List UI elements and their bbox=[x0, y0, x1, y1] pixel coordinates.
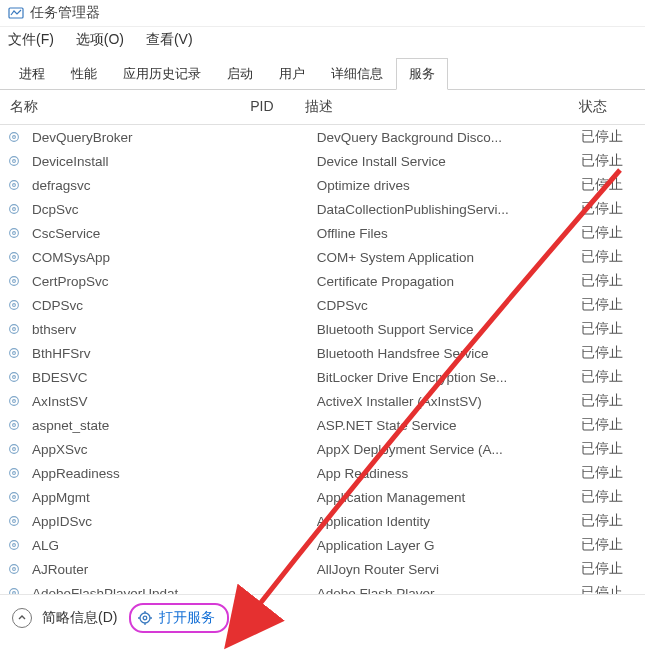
service-desc: Device Install Service bbox=[317, 154, 582, 169]
menu-bar: 文件(F) 选项(O) 查看(V) bbox=[0, 27, 645, 53]
svg-point-38 bbox=[13, 568, 16, 571]
service-name: AppReadiness bbox=[28, 466, 264, 481]
tab-details[interactable]: 详细信息 bbox=[318, 58, 396, 90]
tab-startup[interactable]: 启动 bbox=[214, 58, 266, 90]
open-services-button[interactable]: 打开服务 bbox=[129, 603, 229, 633]
svg-point-6 bbox=[13, 184, 16, 187]
app-icon bbox=[8, 5, 24, 21]
service-name: COMSysApp bbox=[28, 250, 264, 265]
service-row[interactable]: DcpSvcDataCollectionPublishingServi...已停… bbox=[0, 197, 645, 221]
service-desc: Bluetooth Support Service bbox=[317, 322, 582, 337]
tab-strip: 进程 性能 应用历史记录 启动 用户 详细信息 服务 bbox=[0, 57, 645, 90]
svg-point-33 bbox=[10, 517, 19, 526]
header-desc[interactable]: 描述 bbox=[305, 98, 579, 116]
svg-point-3 bbox=[10, 157, 19, 166]
header-status[interactable]: 状态 bbox=[579, 98, 639, 116]
service-name: AxInstSV bbox=[28, 394, 264, 409]
service-icon bbox=[6, 561, 22, 577]
svg-point-12 bbox=[13, 256, 16, 259]
tab-app-history[interactable]: 应用历史记录 bbox=[110, 58, 214, 90]
service-row[interactable]: CscServiceOffline Files已停止 bbox=[0, 221, 645, 245]
service-status: 已停止 bbox=[581, 440, 639, 458]
service-desc: AppX Deployment Service (A... bbox=[317, 442, 582, 457]
service-row[interactable]: AppXSvcAppX Deployment Service (A...已停止 bbox=[0, 437, 645, 461]
svg-point-26 bbox=[13, 424, 16, 427]
service-row[interactable]: defragsvcOptimize drives已停止 bbox=[0, 173, 645, 197]
svg-point-15 bbox=[10, 301, 19, 310]
service-status: 已停止 bbox=[581, 512, 639, 530]
service-row[interactable]: BDESVCBitLocker Drive Encryption Se...已停… bbox=[0, 365, 645, 389]
service-row[interactable]: DevQueryBrokerDevQuery Background Disco.… bbox=[0, 125, 645, 149]
menu-view[interactable]: 查看(V) bbox=[146, 31, 193, 47]
service-desc: Offline Files bbox=[317, 226, 582, 241]
service-desc: COM+ System Application bbox=[317, 250, 582, 265]
svg-point-35 bbox=[10, 541, 19, 550]
svg-point-24 bbox=[13, 400, 16, 403]
service-name: aspnet_state bbox=[28, 418, 264, 433]
service-desc: CDPSvc bbox=[317, 298, 582, 313]
svg-point-10 bbox=[13, 232, 16, 235]
service-name: DcpSvc bbox=[28, 202, 264, 217]
service-row[interactable]: AJRouterAllJoyn Router Servi已停止 bbox=[0, 557, 645, 581]
fewer-details-link[interactable]: 简略信息(D) bbox=[42, 609, 117, 627]
tab-services[interactable]: 服务 bbox=[396, 58, 448, 90]
service-icon bbox=[6, 369, 22, 385]
service-row[interactable]: ALGApplication Layer G已停止 bbox=[0, 533, 645, 557]
chevron-up-icon[interactable] bbox=[12, 608, 32, 628]
menu-file[interactable]: 文件(F) bbox=[8, 31, 54, 47]
service-row[interactable]: bthservBluetooth Support Service已停止 bbox=[0, 317, 645, 341]
service-row[interactable]: AppMgmtApplication Management已停止 bbox=[0, 485, 645, 509]
service-desc: Application Layer G bbox=[317, 538, 582, 553]
tab-processes[interactable]: 进程 bbox=[6, 58, 58, 90]
service-desc: ActiveX Installer (AxInstSV) bbox=[317, 394, 582, 409]
service-icon bbox=[6, 225, 22, 241]
svg-point-20 bbox=[13, 352, 16, 355]
service-desc: Bluetooth Handsfree Service bbox=[317, 346, 582, 361]
svg-point-11 bbox=[10, 253, 19, 262]
tab-users[interactable]: 用户 bbox=[266, 58, 318, 90]
service-row[interactable]: AppIDSvcApplication Identity已停止 bbox=[0, 509, 645, 533]
service-row[interactable]: COMSysAppCOM+ System Application已停止 bbox=[0, 245, 645, 269]
svg-point-14 bbox=[13, 280, 16, 283]
svg-point-8 bbox=[13, 208, 16, 211]
service-row[interactable]: CDPSvcCDPSvc已停止 bbox=[0, 293, 645, 317]
service-icon bbox=[6, 489, 22, 505]
service-row[interactable]: DeviceInstallDevice Install Service已停止 bbox=[0, 149, 645, 173]
header-pid[interactable]: PID bbox=[250, 98, 305, 116]
service-status: 已停止 bbox=[581, 224, 639, 242]
service-row[interactable]: CertPropSvcCertificate Propagation已停止 bbox=[0, 269, 645, 293]
service-icon bbox=[6, 273, 22, 289]
gear-icon bbox=[137, 610, 153, 626]
svg-point-31 bbox=[10, 493, 19, 502]
service-name: AppMgmt bbox=[28, 490, 264, 505]
service-name: CertPropSvc bbox=[28, 274, 264, 289]
tab-performance[interactable]: 性能 bbox=[58, 58, 110, 90]
svg-point-27 bbox=[10, 445, 19, 454]
svg-point-1 bbox=[10, 133, 19, 142]
service-row[interactable]: AxInstSVActiveX Installer (AxInstSV)已停止 bbox=[0, 389, 645, 413]
bottom-bar: 简略信息(D) 打开服务 bbox=[0, 594, 645, 641]
service-row[interactable]: aspnet_stateASP.NET State Service已停止 bbox=[0, 413, 645, 437]
service-desc: Application Identity bbox=[317, 514, 582, 529]
service-status: 已停止 bbox=[581, 560, 639, 578]
svg-point-29 bbox=[10, 469, 19, 478]
window-titlebar: 任务管理器 bbox=[0, 0, 645, 27]
menu-options[interactable]: 选项(O) bbox=[76, 31, 124, 47]
open-services-label: 打开服务 bbox=[159, 609, 215, 627]
svg-point-23 bbox=[10, 397, 19, 406]
service-desc: AllJoyn Router Servi bbox=[317, 562, 582, 577]
service-row[interactable]: AppReadinessApp Readiness已停止 bbox=[0, 461, 645, 485]
service-name: CscService bbox=[28, 226, 264, 241]
svg-point-36 bbox=[13, 544, 16, 547]
header-name[interactable]: 名称 bbox=[6, 98, 250, 116]
svg-point-41 bbox=[140, 613, 150, 623]
svg-point-42 bbox=[144, 616, 148, 620]
service-row[interactable]: BthHFSrvBluetooth Handsfree Service已停止 bbox=[0, 341, 645, 365]
svg-point-2 bbox=[13, 136, 16, 139]
column-headers: 名称 PID 描述 状态 bbox=[0, 90, 645, 125]
service-name: AppIDSvc bbox=[28, 514, 264, 529]
svg-point-7 bbox=[10, 205, 19, 214]
service-status: 已停止 bbox=[581, 200, 639, 218]
service-name: ALG bbox=[28, 538, 264, 553]
service-icon bbox=[6, 129, 22, 145]
